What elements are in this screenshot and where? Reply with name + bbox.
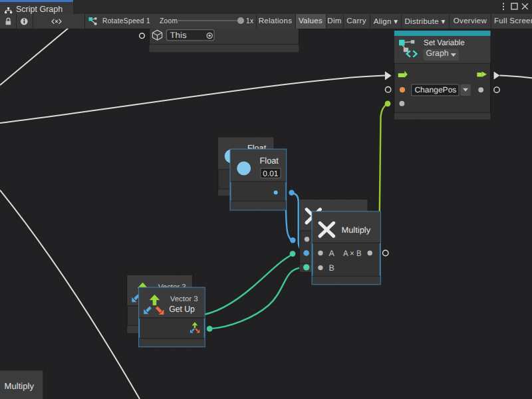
svg-text:Multiply: Multiply [5, 381, 35, 391]
svg-text:Vector 3: Vector 3 [170, 295, 198, 303]
svg-text:A: A [329, 249, 335, 258]
svg-text:This: This [170, 31, 187, 40]
svg-text:Float: Float [260, 156, 279, 166]
svg-text:B: B [329, 263, 334, 273]
svg-text:A × B: A × B [343, 249, 362, 258]
svg-text:0.01: 0.01 [263, 169, 278, 178]
svg-text:Graph: Graph [426, 49, 449, 58]
svg-text:Set Variable: Set Variable [424, 38, 465, 47]
svg-text:ChangePos: ChangePos [414, 85, 456, 94]
svg-text:Get Up: Get Up [169, 304, 195, 314]
svg-text:Multiply: Multiply [342, 225, 371, 235]
